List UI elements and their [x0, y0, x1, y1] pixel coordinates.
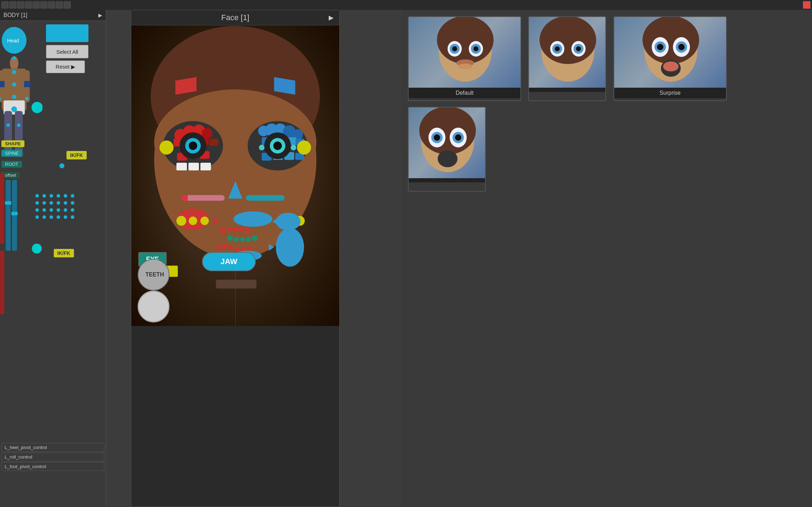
svg-point-12 [540, 17, 596, 64]
lip-ctrl-3[interactable] [233, 227, 238, 232]
dot-grid-cell[interactable] [50, 215, 53, 219]
roll-control-label[interactable]: L_roll_control [1, 453, 104, 461]
upper-lip-ctrl[interactable] [234, 211, 272, 227]
toolbar-icon-5[interactable] [33, 1, 40, 8]
foot-pivot-control-label[interactable]: L_foot_pivot_control [1, 462, 104, 471]
neck-control[interactable] [12, 56, 16, 60]
dot-grid-cell[interactable] [35, 201, 39, 205]
chin-ctrl-2[interactable] [234, 237, 239, 242]
dot-grid-cell[interactable] [35, 215, 39, 219]
dot-grid-cell[interactable] [57, 201, 60, 205]
dot-grid-cell[interactable] [42, 215, 46, 219]
red-slider-bottom[interactable] [0, 251, 4, 314]
select-all-button[interactable]: Select All [46, 45, 88, 58]
dot-grid-cell[interactable] [71, 208, 74, 212]
face-panel-arrow[interactable]: ▶ [329, 14, 334, 22]
heel-pivot-control-label[interactable]: L_heel_pivot_control [1, 443, 104, 452]
preset-card-default-1[interactable]: Default [408, 16, 521, 101]
dot-grid-cell[interactable] [35, 194, 39, 198]
right-knee-control[interactable] [17, 123, 21, 127]
left-foot-main-control[interactable] [32, 244, 42, 254]
dot-grid-cell[interactable] [50, 201, 53, 205]
teeth-button[interactable]: TEETH [138, 259, 169, 291]
preset-card-default-2[interactable] [528, 16, 606, 101]
right-eye-small-2[interactable] [290, 145, 296, 150]
dot-grid-cell[interactable] [57, 215, 60, 219]
hip-control[interactable] [11, 106, 17, 112]
right-lip-ctrl[interactable] [276, 213, 301, 231]
left-nose-end[interactable] [182, 195, 188, 201]
body-control-dot[interactable] [59, 163, 64, 168]
left-brow-end-ctrl[interactable] [202, 128, 212, 139]
lower-lip-ctrl-4[interactable] [241, 247, 246, 251]
toolbar-icon-2[interactable] [9, 1, 16, 8]
right-nose-bar[interactable] [246, 195, 285, 201]
chin-ctrl-5[interactable] [252, 235, 258, 241]
dot-grid-cell[interactable] [64, 215, 67, 219]
left-knee-control[interactable] [6, 123, 10, 127]
lower-lip-ctrl-2[interactable] [229, 246, 233, 250]
ikfk-top-button[interactable]: IK/FK [67, 151, 87, 159]
reset-button[interactable]: Reset ▶ [46, 60, 85, 73]
blue-slider-2[interactable] [12, 180, 17, 251]
dot-grid-cell[interactable] [50, 208, 53, 212]
toolbar-icon-8[interactable] [56, 1, 63, 8]
dot-grid-cell[interactable] [71, 194, 74, 198]
right-eye-small-1[interactable] [259, 145, 265, 150]
dot-grid-cell[interactable] [42, 208, 46, 212]
dot-grid-cell[interactable] [64, 208, 67, 212]
blue-slider-1[interactable] [6, 180, 11, 251]
toolbar-icon-9[interactable] [64, 1, 71, 8]
blue-slider-2-handle[interactable] [11, 212, 18, 215]
preset-card-surprise-1[interactable]: Surprise [614, 16, 727, 101]
right-chin-blob[interactable] [276, 228, 304, 267]
lip-ctrl-5[interactable] [245, 228, 250, 233]
dot-grid-cell[interactable] [42, 201, 46, 205]
ikfk-bottom-button[interactable]: IK/FK [54, 249, 74, 257]
left-eye-outer-ctrl[interactable] [160, 140, 174, 155]
mouth-left-inner-ctrl[interactable] [189, 217, 197, 225]
toolbar-icon-1[interactable] [1, 1, 8, 8]
chin-ctrl-1[interactable] [227, 235, 233, 241]
lip-ctrl-1[interactable] [220, 228, 226, 233]
mouth-left-mid-ctrl[interactable] [200, 217, 209, 225]
spine-top-control[interactable] [12, 70, 16, 74]
right-eye-outer-ctrl[interactable] [297, 140, 311, 155]
chin-ctrl-4[interactable] [246, 237, 251, 242]
red-slider[interactable] [0, 173, 4, 244]
svg-point-26 [678, 44, 685, 50]
left-mouth-corner-ctrl[interactable] [177, 216, 186, 226]
dot-grid-cell[interactable] [57, 208, 60, 212]
blue-slider-1-handle[interactable] [5, 201, 11, 205]
toolbar-icon-4[interactable] [25, 1, 32, 8]
teeth-lower-ctrl[interactable] [138, 291, 169, 322]
left-hand-main-control[interactable] [31, 102, 42, 113]
dot-grid-cell[interactable] [64, 201, 67, 205]
lower-lip-ctrl-5[interactable] [248, 246, 252, 250]
lower-lip-ctrl-3[interactable] [235, 247, 239, 251]
dot-grid-cell[interactable] [57, 194, 60, 198]
lip-ctrl-4[interactable] [238, 227, 243, 232]
left-nose-bar[interactable] [186, 195, 225, 201]
chin-ctrl-3[interactable] [240, 237, 245, 242]
jaw-button[interactable]: JAW [202, 252, 256, 271]
dot-grid-cell[interactable] [71, 215, 74, 219]
left-panel-arrow[interactable]: ▶ [98, 12, 102, 18]
left-lower-white-1 [177, 163, 187, 170]
dot-grid-cell[interactable] [71, 201, 74, 205]
right-wrist-control[interactable] [25, 97, 29, 100]
dot-grid-cell[interactable] [64, 194, 67, 198]
left-eyelid-4[interactable] [209, 139, 218, 146]
toolbar-icon-3[interactable] [17, 1, 24, 8]
lip-ctrl-2[interactable] [228, 227, 232, 232]
lower-lip-ctrl-1[interactable] [222, 244, 227, 249]
color-selector-button[interactable] [46, 24, 88, 42]
dot-grid-cell[interactable] [35, 208, 39, 212]
preset-card-surprise-2[interactable] [408, 107, 486, 192]
toolbar-icon-6[interactable] [40, 1, 47, 8]
dot-grid-cell[interactable] [42, 194, 46, 198]
spine-bot-control[interactable] [12, 95, 16, 99]
toolbar-icon-7[interactable] [48, 1, 55, 8]
spine-mid-control[interactable] [12, 82, 16, 87]
dot-grid-cell[interactable] [50, 194, 53, 198]
